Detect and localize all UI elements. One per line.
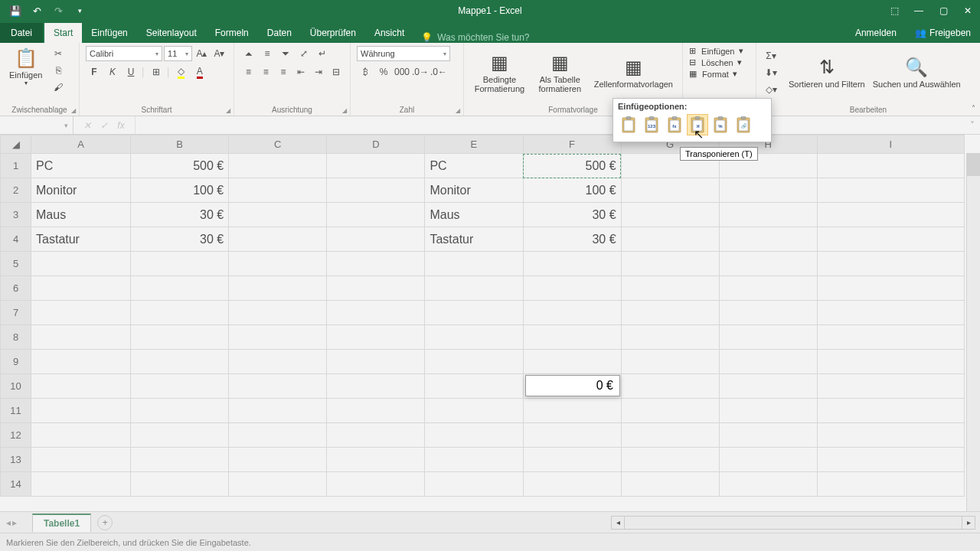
cell[interactable] xyxy=(229,252,327,276)
ribbon-display-options[interactable]: ⬚ xyxy=(882,0,906,21)
cell[interactable] xyxy=(327,252,425,276)
cell[interactable]: Tastatur xyxy=(425,227,523,252)
col-header-E[interactable]: E xyxy=(425,135,523,154)
cell[interactable] xyxy=(621,350,719,374)
col-header-D[interactable]: D xyxy=(327,135,425,154)
cell[interactable] xyxy=(131,301,229,325)
paste-button[interactable]: 📋 Einfügen ▾ xyxy=(6,46,45,88)
cell[interactable] xyxy=(425,399,523,423)
row-header[interactable]: 12 xyxy=(1,423,31,448)
find-select-button[interactable]: 🔍Suchen und Auswählen xyxy=(870,55,964,90)
cell[interactable] xyxy=(131,374,229,399)
cell[interactable] xyxy=(817,203,964,227)
cell[interactable] xyxy=(229,472,327,497)
conditional-formatting-button[interactable]: ▦Bedingte Formatierung xyxy=(470,51,529,95)
format-as-table-button[interactable]: ▦Als Tabelle formatieren xyxy=(531,51,590,95)
cell[interactable] xyxy=(621,423,719,448)
cell[interactable] xyxy=(229,448,327,472)
cell[interactable] xyxy=(31,423,131,448)
wrap-text-button[interactable]: ↵ xyxy=(314,46,331,61)
dialog-launcher-icon[interactable]: ◢ xyxy=(342,107,347,114)
accounting-format-button[interactable]: ₿ xyxy=(357,64,374,80)
cell[interactable] xyxy=(425,350,523,374)
cell[interactable] xyxy=(817,448,964,472)
row-header[interactable]: 13 xyxy=(1,448,31,472)
orientation-button[interactable]: ⤢ xyxy=(296,46,312,61)
cell[interactable] xyxy=(621,178,719,203)
align-center-button[interactable]: ≡ xyxy=(258,64,274,80)
cell[interactable] xyxy=(621,448,719,472)
cell[interactable] xyxy=(523,423,621,448)
cell[interactable] xyxy=(425,252,523,276)
col-header-B[interactable]: B xyxy=(131,135,229,154)
cell[interactable] xyxy=(817,252,964,276)
cell[interactable] xyxy=(425,276,523,301)
cell[interactable] xyxy=(817,374,964,399)
cell[interactable] xyxy=(817,423,964,448)
tab-insert[interactable]: Einfügen xyxy=(82,23,136,43)
cell[interactable] xyxy=(719,350,817,374)
cell[interactable] xyxy=(621,472,719,497)
cell[interactable] xyxy=(621,276,719,301)
horizontal-scrollbar[interactable]: ◂▸ xyxy=(611,516,980,530)
cell[interactable] xyxy=(327,203,425,227)
row-header[interactable]: 10 xyxy=(1,374,31,399)
cell[interactable] xyxy=(31,350,131,374)
cell[interactable] xyxy=(425,423,523,448)
cell[interactable] xyxy=(719,374,817,399)
row-header[interactable]: 11 xyxy=(1,399,31,423)
cell[interactable] xyxy=(131,350,229,374)
decrease-indent-button[interactable]: ⇤ xyxy=(292,64,309,80)
cell[interactable] xyxy=(229,423,327,448)
cell[interactable] xyxy=(131,325,229,350)
cell[interactable] xyxy=(523,472,621,497)
cell[interactable] xyxy=(131,472,229,497)
cell[interactable] xyxy=(425,448,523,472)
undo-button[interactable]: ↶ xyxy=(28,2,46,20)
cell[interactable]: 100 € xyxy=(523,178,621,203)
new-sheet-button[interactable]: + xyxy=(97,515,113,530)
cell[interactable] xyxy=(327,276,425,301)
tab-review[interactable]: Überprüfen xyxy=(301,23,365,43)
cell[interactable] xyxy=(719,448,817,472)
cell[interactable] xyxy=(229,154,327,178)
select-all-button[interactable]: ◢ xyxy=(1,135,31,154)
tell-me-search[interactable]: 💡 Was möchten Sie tun? xyxy=(413,32,551,43)
tab-page-layout[interactable]: Seitenlayout xyxy=(137,23,206,43)
cell[interactable] xyxy=(327,423,425,448)
cell[interactable] xyxy=(229,203,327,227)
sheet-nav-next[interactable]: ▸ xyxy=(12,517,17,528)
cell[interactable] xyxy=(719,227,817,252)
cell[interactable]: Maus xyxy=(425,203,523,227)
sort-filter-button[interactable]: ⇅Sortieren und Filtern xyxy=(786,55,868,90)
dialog-launcher-icon[interactable]: ◢ xyxy=(226,107,230,114)
cell[interactable] xyxy=(229,325,327,350)
cell[interactable] xyxy=(425,301,523,325)
cell[interactable] xyxy=(719,203,817,227)
dialog-launcher-icon[interactable]: ◢ xyxy=(456,107,460,114)
cell[interactable] xyxy=(327,227,425,252)
cell[interactable]: 500 € xyxy=(131,154,229,178)
row-header[interactable]: 6 xyxy=(1,276,31,301)
cell[interactable] xyxy=(523,301,621,325)
cell[interactable] xyxy=(131,252,229,276)
decrease-decimal-button[interactable]: .0← xyxy=(430,64,447,80)
tab-data[interactable]: Daten xyxy=(258,23,301,43)
cell[interactable] xyxy=(719,252,817,276)
borders-button[interactable]: ⊞ xyxy=(148,64,165,80)
cell[interactable] xyxy=(621,252,719,276)
cell[interactable] xyxy=(621,227,719,252)
cell[interactable]: Monitor xyxy=(425,178,523,203)
cell[interactable] xyxy=(229,227,327,252)
cell[interactable] xyxy=(229,399,327,423)
increase-decimal-button[interactable]: .0→ xyxy=(412,64,429,80)
cell[interactable] xyxy=(817,350,964,374)
close-button[interactable]: ✕ xyxy=(956,0,980,21)
decrease-font-button[interactable]: A▾ xyxy=(211,46,227,61)
cell[interactable] xyxy=(719,178,817,203)
col-header-C[interactable]: C xyxy=(229,135,327,154)
cell[interactable] xyxy=(523,325,621,350)
signin-link[interactable]: Anmelden xyxy=(846,23,906,43)
cell[interactable] xyxy=(31,276,131,301)
row-header[interactable]: 7 xyxy=(1,301,31,325)
